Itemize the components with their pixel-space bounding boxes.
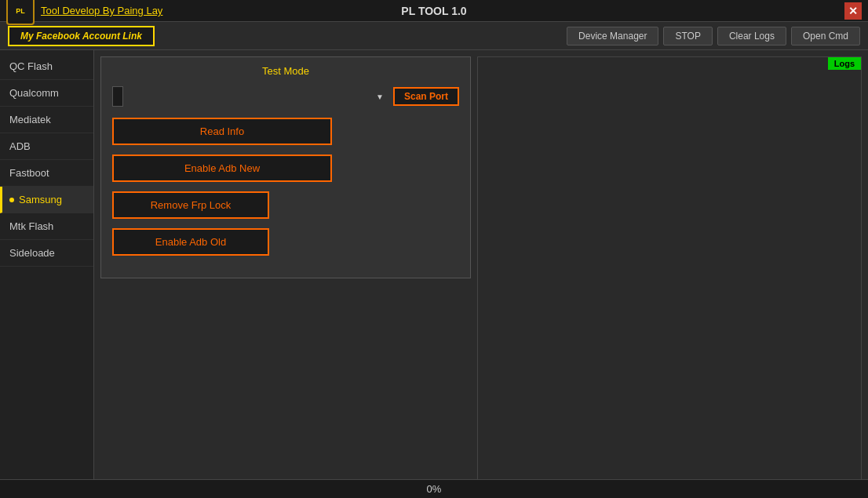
port-row: ▼ Scan Port xyxy=(112,86,459,107)
device-manager-button[interactable]: Device Manager xyxy=(567,27,658,45)
sidebar-item-mtk-flash[interactable]: Mtk Flash xyxy=(0,213,93,240)
titlebar: PL Tool Develop By Paing Lay PL TOOL 1.0… xyxy=(0,0,868,22)
sidebar-item-qc-flash[interactable]: QC Flash xyxy=(0,53,93,80)
sidebar-item-adb[interactable]: ADB xyxy=(0,133,93,160)
app-logo: PL xyxy=(6,0,35,25)
sidebar-label-mtk-flash: Mtk Flash xyxy=(9,220,53,232)
test-mode-title: Test Mode xyxy=(112,65,459,77)
sidebar-item-samsung[interactable]: Samsung xyxy=(0,187,93,213)
close-button[interactable]: ✕ xyxy=(844,2,862,20)
app-title: PL TOOL 1.0 xyxy=(401,5,466,17)
facebook-link-button[interactable]: My Facebook Account Link xyxy=(8,26,155,46)
progress-label: 0% xyxy=(427,483,442,495)
statusbar: 0% xyxy=(0,479,868,498)
sidebar-label-fastboot: Fastboot xyxy=(9,167,49,179)
scan-port-button[interactable]: Scan Port xyxy=(393,87,459,106)
sidebar-item-fastboot[interactable]: Fastboot xyxy=(0,160,93,187)
remove-frp-lock-button[interactable]: Remove Frp Lock xyxy=(112,191,269,219)
header-row: My Facebook Account Link Device Manager … xyxy=(0,22,868,50)
enable-adb-old-button[interactable]: Enable Adb Old xyxy=(112,228,269,256)
read-info-button[interactable]: Read Info xyxy=(112,118,332,145)
header-buttons: Device Manager STOP Clear Logs Open Cmd xyxy=(567,27,860,45)
content-area: Test Mode ▼ Scan Port Read Info Enable A… xyxy=(94,50,477,498)
logs-badge: Logs xyxy=(828,57,861,70)
sidebar-item-sideloade[interactable]: Sideloade xyxy=(0,240,93,267)
titlebar-left: PL Tool Develop By Paing Lay xyxy=(6,0,162,25)
test-panel: Test Mode ▼ Scan Port Read Info Enable A… xyxy=(100,56,471,278)
sidebar-label-qc-flash: QC Flash xyxy=(9,60,53,72)
port-dropdown-wrap: ▼ xyxy=(112,86,387,107)
sidebar-item-qualcomm[interactable]: Qualcomm xyxy=(0,80,93,107)
stop-button[interactable]: STOP xyxy=(663,27,712,45)
sidebar: QC Flash Qualcomm Mediatek ADB Fastboot … xyxy=(0,50,94,498)
sidebar-item-mediatek[interactable]: Mediatek xyxy=(0,107,93,133)
tool-title[interactable]: Tool Develop By Paing Lay xyxy=(41,5,162,16)
port-select[interactable] xyxy=(112,86,123,107)
open-cmd-button[interactable]: Open Cmd xyxy=(791,27,860,45)
active-indicator xyxy=(9,198,14,202)
sidebar-label-mediatek: Mediatek xyxy=(9,114,51,125)
sidebar-label-qualcomm: Qualcomm xyxy=(9,87,59,99)
enable-adb-new-button[interactable]: Enable Adb New xyxy=(112,154,332,182)
sidebar-label-adb: ADB xyxy=(9,140,31,152)
main-area: QC Flash Qualcomm Mediatek ADB Fastboot … xyxy=(0,50,868,498)
sidebar-label-sideloade: Sideloade xyxy=(9,247,55,259)
log-panel: Logs xyxy=(477,56,862,492)
sidebar-label-samsung: Samsung xyxy=(19,194,62,205)
clear-logs-button[interactable]: Clear Logs xyxy=(717,27,786,45)
chevron-down-icon: ▼ xyxy=(376,93,384,101)
right-panel: Logs xyxy=(477,50,868,498)
